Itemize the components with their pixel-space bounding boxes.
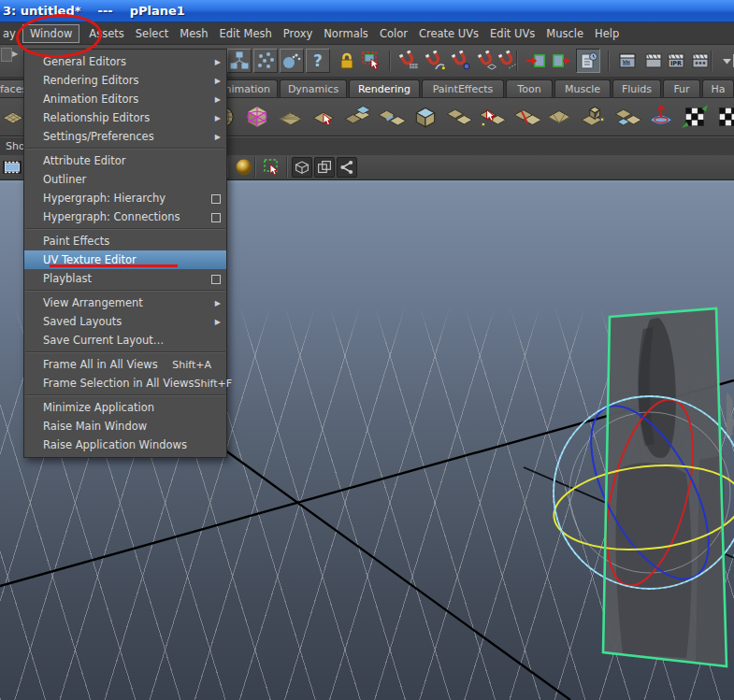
- title-document: 3: untitled*: [3, 4, 81, 18]
- submenu-arrow-icon: ▶: [215, 299, 221, 307]
- menu-separator: [25, 228, 225, 230]
- window-menu-item-relationship-editors[interactable]: Relationship Editors▶: [24, 108, 226, 127]
- tab-dynamics[interactable]: Dynamics: [280, 79, 347, 97]
- window-menu-item-playblast[interactable]: Playblast: [24, 269, 226, 288]
- help-icon[interactable]: ?: [306, 49, 330, 73]
- marquee-select-icon[interactable]: [359, 49, 383, 73]
- window-menu-item-label: Hypergraph: Hierarchy: [43, 192, 166, 205]
- tab-rendering[interactable]: Rendering: [349, 79, 420, 97]
- pplane1-object[interactable]: [603, 308, 734, 666]
- tab-surfaces-clipped[interactable]: faces: [0, 79, 24, 97]
- window-menu-item-minimize-application[interactable]: Minimize Application: [24, 398, 226, 417]
- window-menu-item-label: Relationship Editors: [43, 111, 150, 124]
- menu-bar: ay WindowAssetsSelectMeshEdit MeshProxyN…: [0, 22, 734, 45]
- window-menu-item-raise-application-windows[interactable]: Raise Application Windows: [24, 436, 226, 454]
- title-bar: 3: untitled* --- pPlane1: [0, 0, 734, 22]
- cube-display-icon[interactable]: [292, 157, 312, 178]
- combine-icon[interactable]: [344, 102, 372, 130]
- window-menu-item-outliner[interactable]: Outliner: [24, 170, 226, 189]
- render-settings-icon[interactable]: [688, 49, 712, 73]
- tab-toon[interactable]: Toon: [506, 79, 553, 97]
- snap-to-point-icon[interactable]: [449, 49, 473, 73]
- submenu-arrow-icon: ▶: [215, 77, 221, 85]
- window-menu-item-general-editors[interactable]: General Editors▶: [24, 52, 226, 71]
- poly-cube-face-icon[interactable]: [411, 102, 439, 130]
- tab-painteffects[interactable]: PaintEffects: [422, 79, 504, 97]
- expand-arrow-icon[interactable]: ▶: [12, 50, 18, 58]
- window-menu-item-raise-main-window[interactable]: Raise Main Window: [24, 417, 226, 436]
- menu-item-edit-uvs[interactable]: Edit UVs: [486, 24, 539, 43]
- window-menu-item-view-arrangement[interactable]: View Arrangement▶: [24, 293, 226, 312]
- submenu-arrow-icon: ▶: [215, 318, 221, 326]
- construction-history-icon[interactable]: [576, 49, 600, 73]
- output-connection-icon[interactable]: [550, 49, 574, 73]
- window-menu-item-frame-selection-in-all-views[interactable]: Frame Selection in All ViewsShift+F: [24, 374, 226, 393]
- append-polygon-icon[interactable]: [310, 102, 338, 130]
- select-by-hierarchy-icon[interactable]: [227, 49, 252, 73]
- shortcut-label: Shift+A: [172, 359, 211, 371]
- menu-item-color[interactable]: Color: [376, 24, 411, 43]
- smooth-icon[interactable]: [546, 102, 574, 130]
- quad-draw-icon[interactable]: [613, 102, 641, 130]
- film-gate-icon[interactable]: [2, 157, 22, 178]
- option-box-icon[interactable]: [211, 194, 221, 204]
- menu-separator: [25, 290, 225, 292]
- sculpt-geometry-icon[interactable]: [647, 102, 675, 130]
- menu-item-select[interactable]: Select: [132, 24, 172, 43]
- uv-checker-icon[interactable]: [681, 102, 709, 130]
- marquee-tool-icon[interactable]: [262, 157, 282, 178]
- overlap-squares-icon[interactable]: [314, 157, 335, 178]
- menu-item-muscle[interactable]: Muscle: [542, 24, 587, 43]
- clipped-toolbar-button[interactable]: [1, 48, 12, 62]
- select-by-component-icon[interactable]: [280, 49, 304, 73]
- separate-icon[interactable]: [378, 102, 406, 130]
- menu-item-help[interactable]: Help: [591, 24, 623, 43]
- split-polygon-icon[interactable]: [512, 102, 540, 130]
- menu-item-proxy[interactable]: Proxy: [280, 24, 317, 43]
- menu-item-create-uvs[interactable]: Create UVs: [415, 24, 482, 43]
- snap-to-curve-icon[interactable]: [423, 49, 447, 73]
- window-menu-item-save-current-layout[interactable]: Save Current Layout…: [24, 331, 226, 350]
- render-current-frame-icon[interactable]: [641, 49, 666, 73]
- window-menu-item-animation-editors[interactable]: Animation Editors▶: [24, 90, 226, 108]
- option-box-icon[interactable]: [211, 275, 221, 284]
- menu-item-edit-mesh[interactable]: Edit Mesh: [216, 24, 276, 43]
- tab-fur[interactable]: Fur: [663, 79, 700, 97]
- partial-icon[interactable]: [727, 49, 734, 73]
- share-nodes-icon[interactable]: [337, 157, 357, 178]
- extrude-icon[interactable]: [580, 102, 608, 130]
- snap-to-grid-icon[interactable]: [396, 49, 421, 73]
- shaded-sphere-icon[interactable]: [234, 157, 254, 178]
- window-menu-item-attribute-editor[interactable]: Attribute Editor: [24, 151, 226, 170]
- menu-item-assets[interactable]: Assets: [85, 24, 127, 43]
- option-box-icon[interactable]: [211, 213, 221, 222]
- window-menu-item-hypergraph-connections[interactable]: Hypergraph: Connections: [24, 207, 226, 226]
- window-menu-item-rendering-editors[interactable]: Rendering Editors▶: [24, 71, 226, 90]
- poly-planes-icon[interactable]: [445, 102, 473, 130]
- window-menu-item-saved-layouts[interactable]: Saved Layouts▶: [24, 312, 226, 331]
- tab-fluids[interactable]: Fluids: [612, 79, 661, 97]
- merge-vertices-icon[interactable]: [479, 102, 507, 130]
- menu-separator: [25, 394, 225, 396]
- tab-ha[interactable]: Ha: [702, 79, 734, 97]
- lock-icon[interactable]: [335, 49, 359, 73]
- ipr-render-icon[interactable]: IPR: [664, 49, 688, 73]
- window-menu-item-hypergraph-hierarchy[interactable]: Hypergraph: Hierarchy: [24, 189, 226, 207]
- menu-item-mesh[interactable]: Mesh: [176, 24, 211, 43]
- menu-item-clipped[interactable]: ay: [3, 24, 19, 43]
- tab-muscle[interactable]: Muscle: [554, 79, 611, 97]
- menu-item-normals[interactable]: Normals: [320, 24, 372, 43]
- render-view-icon[interactable]: [615, 49, 640, 73]
- panel-menu-show-clipped[interactable]: Sho: [6, 140, 25, 152]
- window-menu-item-settings-preferences[interactable]: Settings/Preferences▶: [24, 127, 226, 146]
- menu-item-window[interactable]: Window: [22, 24, 79, 43]
- poly-cylinder-icon[interactable]: [277, 102, 305, 130]
- toolbar-divider: [286, 157, 289, 178]
- window-menu-item-paint-effects[interactable]: Paint Effects: [24, 232, 226, 250]
- select-by-object-icon[interactable]: [253, 49, 278, 73]
- poly-cube-icon[interactable]: [243, 102, 271, 130]
- window-menu-item-label: Minimize Application: [43, 401, 154, 414]
- window-menu-item-frame-all-in-all-views[interactable]: Frame All in All ViewsShift+A: [24, 355, 226, 374]
- transfer-attributes-icon[interactable]: [714, 102, 734, 130]
- input-connection-icon[interactable]: [524, 49, 548, 73]
